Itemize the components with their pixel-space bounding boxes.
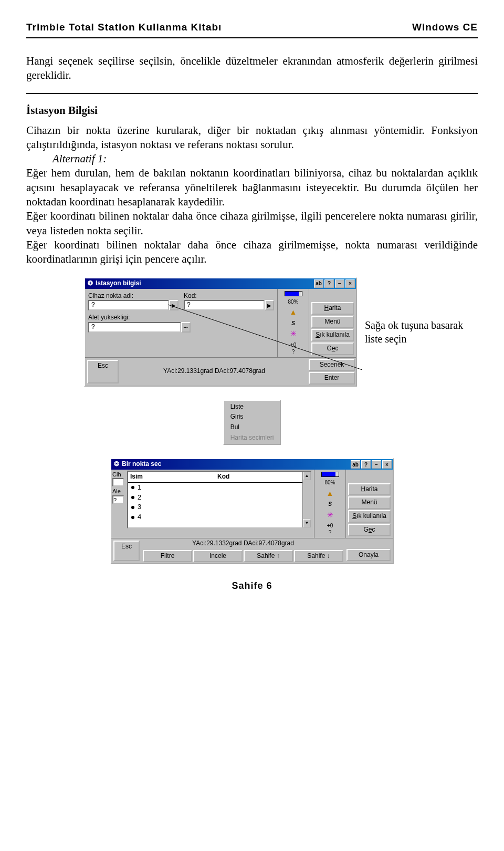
- annotation-1: Sağa ok tuşuna basarak liste seçin: [365, 318, 467, 346]
- menu-item-giris[interactable]: Giris: [225, 412, 279, 422]
- alet-yuk-input[interactable]: ?: [88, 322, 181, 333]
- plus0-text: +0: [290, 342, 296, 348]
- list-item[interactable]: 1: [128, 483, 215, 493]
- gec-button[interactable]: Gec: [348, 524, 391, 536]
- target-icon: ✳: [288, 329, 299, 339]
- sahife-up-button[interactable]: Sahife ↑: [244, 550, 293, 563]
- s-text: S: [328, 501, 332, 507]
- instrument-icon: ▲: [325, 488, 335, 499]
- enter-button[interactable]: Enter: [309, 372, 355, 385]
- status-pane: 80% ▲ S ✳ +0?: [314, 470, 345, 538]
- ale-label: Ale: [112, 487, 124, 495]
- harita-button[interactable]: Harita: [348, 483, 391, 496]
- list-item[interactable]: 3: [128, 502, 215, 512]
- help-button[interactable]: ?: [361, 460, 371, 469]
- cihaz-nokta-arrow[interactable]: ▶: [169, 300, 178, 310]
- sik-button[interactable]: Sık kullanıla: [348, 510, 391, 523]
- close-button[interactable]: ×: [345, 279, 355, 288]
- q-text: ?: [292, 349, 295, 355]
- cihaz-nokta-label: Cihaz nokta adi:: [88, 292, 178, 300]
- menu-button[interactable]: Menü: [311, 316, 354, 328]
- gec-button[interactable]: Gec: [311, 343, 354, 355]
- secenek-button[interactable]: Secenek: [309, 359, 355, 371]
- menu-item-bul[interactable]: Bul: [225, 422, 279, 433]
- kod-arrow[interactable]: ▶: [265, 300, 274, 310]
- figure-1-row: ❂ Istasyon bilgisi ab ? − × Cihaz nokta …: [26, 277, 478, 387]
- battery-icon: [285, 291, 302, 296]
- page-header: Trimble Total Station Kullanma Kitabı Wi…: [26, 21, 478, 38]
- menu-button[interactable]: Menü: [348, 496, 391, 509]
- header-right: Windows CE: [412, 21, 478, 34]
- battery-icon: [321, 472, 339, 477]
- status-bar: YAci:29.1331grad DAci:97.4078grad: [121, 358, 308, 386]
- minimize-button[interactable]: −: [335, 279, 344, 288]
- sahife-down-button[interactable]: Sahife ↓: [294, 550, 343, 563]
- paragraph-3: Eğer koordinatı bilinen noktalar daha ön…: [26, 209, 478, 238]
- cihaz-nokta-input[interactable]: ?: [88, 300, 169, 310]
- point-select-window: ❂ Bir nokta sec ab ? − × Cih Ale ? Isim …: [110, 458, 394, 564]
- col-kod: Kod: [215, 472, 302, 483]
- station-info-titlebar: ❂ Istasyon bilgisi ab ? − ×: [85, 278, 356, 289]
- kod-input[interactable]: ?: [184, 300, 265, 310]
- help-button[interactable]: ?: [324, 279, 334, 288]
- s-text: S: [291, 320, 295, 327]
- plus0-text: +0: [327, 523, 333, 528]
- station-form: Cihaz nokta adi: ? ▶ Kod: ? ▶: [85, 289, 277, 357]
- paragraph-4: Eğer koordinatı bilinen noktalar daha ön…: [26, 238, 478, 267]
- status-bar: YAci:29.1332grad DAci:97.4078grad: [142, 538, 344, 549]
- station-info-title: Istasyon bilgisi: [94, 279, 313, 288]
- close-button[interactable]: ×: [382, 460, 392, 469]
- scroll-down-icon[interactable]: ▼: [303, 519, 311, 527]
- paragraph-1: Cihazın bir nokta üzerine kurularak, diğ…: [26, 123, 478, 152]
- popup-menu: Liste Giris Bul Harita secimleri: [223, 400, 281, 445]
- col-isim: Isim: [128, 472, 215, 483]
- left-strip: Cih Ale ?: [111, 470, 125, 538]
- sik-button[interactable]: Sık kullanıla: [311, 329, 354, 341]
- alternative-1-label: Alternatif 1:: [26, 152, 107, 166]
- minimize-button[interactable]: −: [372, 460, 381, 469]
- page-footer: Sahife 6: [26, 580, 478, 592]
- point-list[interactable]: Isim 1 2 3 4 Kod ▲ ▼: [127, 471, 312, 528]
- cih-label: Cih: [112, 471, 124, 478]
- kod-label: Kod:: [184, 292, 274, 300]
- target-icon: ✳: [325, 510, 335, 520]
- section-title: İstasyon Bilgisi: [26, 93, 478, 118]
- battery-text: 80%: [324, 479, 335, 486]
- status-pane: 80% ▲ S ✳ +0?: [277, 289, 309, 357]
- menu-item-liste[interactable]: Liste: [225, 402, 279, 412]
- header-left: Trimble Total Station Kullanma Kitabı: [26, 21, 222, 34]
- ale-q[interactable]: ?: [112, 495, 124, 504]
- alet-yuk-arrow[interactable]: •••: [181, 322, 191, 333]
- gear-icon: ❂: [112, 460, 121, 469]
- esc-button[interactable]: Esc: [87, 360, 119, 383]
- side-buttons: Harita Menü Sık kullanıla Gec: [309, 289, 356, 357]
- filtre-button[interactable]: Filtre: [143, 550, 192, 563]
- scroll-up-icon[interactable]: ▲: [303, 472, 311, 480]
- list-item[interactable]: 4: [128, 512, 215, 522]
- list-item[interactable]: 2: [128, 493, 215, 503]
- instrument-icon: ▲: [288, 307, 299, 318]
- side-buttons: Harita Menü Sık kullanıla Gec: [345, 470, 393, 538]
- point-select-title: Bir nokta sec: [121, 460, 350, 469]
- q-text: ?: [329, 530, 332, 535]
- onayla-button[interactable]: Onayla: [346, 549, 391, 562]
- incele-button[interactable]: Incele: [193, 550, 243, 563]
- ab-button[interactable]: ab: [351, 460, 360, 469]
- harita-button[interactable]: Harita: [311, 302, 354, 315]
- esc-button[interactable]: Esc: [113, 541, 140, 561]
- point-select-titlebar: ❂ Bir nokta sec ab ? − ×: [111, 459, 393, 470]
- battery-text: 80%: [288, 298, 298, 305]
- gear-icon: ❂: [86, 279, 94, 288]
- list-scrollbar[interactable]: ▲ ▼: [302, 472, 311, 527]
- paragraph-2: Eğer hem durulan, hem de bakılan noktanı…: [26, 167, 478, 208]
- ab-button[interactable]: ab: [314, 279, 323, 288]
- menu-item-harita-secimleri: Harita secimleri: [225, 433, 279, 443]
- alet-yuk-label: Alet yuksekligi:: [88, 314, 274, 322]
- station-info-window: ❂ Istasyon bilgisi ab ? − × Cihaz nokta …: [84, 277, 357, 387]
- intro-paragraph: Hangi seçenek seçilirse seçilsin, önceli…: [26, 54, 478, 83]
